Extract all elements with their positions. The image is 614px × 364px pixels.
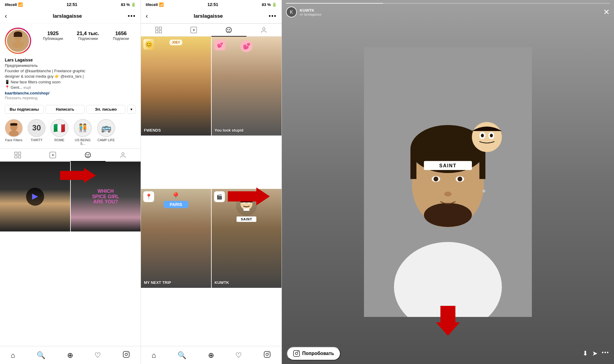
status-bar-1: lifecell 📶 12:51 83 % 🔋	[0, 0, 141, 9]
bio-name: Lars Lagaisse	[5, 58, 136, 62]
tab-grid-1[interactable]	[0, 149, 35, 161]
nav-instagram-2[interactable]	[264, 351, 271, 360]
following-button[interactable]: Вы подписаны	[5, 105, 44, 114]
grid-thumb-1[interactable]: WHICHSPICE GIRLARE YOU?	[71, 162, 141, 232]
tab-bar-1	[0, 148, 141, 162]
nav-search-1[interactable]: 🔍	[37, 351, 46, 360]
svg-point-41	[266, 353, 268, 356]
filter-fwends[interactable]: JOEY 😊 FWENDS	[141, 37, 211, 136]
dropdown-button[interactable]: ▾	[127, 105, 136, 114]
grid-thumb-0[interactable]	[0, 162, 70, 232]
status-bar-2: lifecell 📶 12:51 83 % 🔋	[141, 0, 282, 9]
svg-point-42	[269, 352, 269, 353]
status-left-1: lifecell 📶	[5, 2, 23, 7]
try-button[interactable]: Попробовать	[287, 347, 341, 360]
tab-face-2[interactable]	[211, 24, 246, 36]
svg-point-56	[482, 189, 485, 192]
filter-kuwtk[interactable]: SAINT KUWTK 🎬	[212, 189, 282, 288]
story-subtitle: от larslagaisse	[300, 13, 321, 16]
nav-heart-1[interactable]: ♡	[94, 351, 101, 360]
bio-more[interactable]: ещё	[23, 85, 31, 90]
stupid-label: You look stupid	[215, 128, 244, 133]
wifi-icon-1: 📶	[18, 2, 23, 7]
highlight-thirty[interactable]: 30 THIRTY	[28, 119, 46, 145]
highlight-camp[interactable]: 🚌 CAMP LIFE	[97, 119, 115, 145]
profile-username-1: larslagaisse	[53, 13, 82, 19]
download-icon-story[interactable]: ⬇	[583, 350, 588, 357]
filter-stupid[interactable]: 💕 💕 You look stupid	[212, 37, 282, 136]
nav-instagram-1[interactable]	[123, 351, 130, 360]
back-button-2[interactable]: ‹	[146, 12, 148, 20]
following-label: Подписки	[113, 37, 129, 41]
grid-section-1: WHICHSPICE GIRLARE YOU?	[0, 162, 141, 234]
story-avatar[interactable]: K	[286, 7, 297, 17]
nav-plus-2[interactable]: ⊕	[208, 351, 214, 360]
highlight-circle-face[interactable]	[5, 119, 23, 137]
nav-home-1[interactable]: ⌂	[11, 351, 15, 360]
stupid-badge: 💕	[215, 40, 225, 50]
highlight-label-0: Face Filters	[5, 138, 22, 142]
svg-point-19	[122, 153, 124, 155]
profile-header-1: ‹ larslagaisse •••	[0, 9, 141, 23]
highlights-row: Face Filters 30 THIRTY 🇮🇹 ROME 🧑‍🤝‍🧑 US …	[0, 116, 141, 148]
story-username: KUWTK	[300, 8, 321, 13]
more-button-2[interactable]: •••	[269, 13, 277, 19]
story-action-icons: ⬇ ➤ •••	[583, 350, 609, 357]
message-button[interactable]: Написать	[46, 105, 85, 114]
tab-person-1[interactable]	[106, 149, 141, 161]
stat-posts[interactable]: 1925 Публикации	[43, 31, 63, 41]
followers-count: 21,4 тыс.	[77, 31, 99, 37]
trip-badge: 📍	[143, 191, 154, 202]
nav-heart-2[interactable]: ♡	[235, 351, 242, 360]
panel-profile: lifecell 📶 12:51 83 % 🔋 ‹ larslagaisse •…	[0, 0, 141, 364]
bio-line1: Founder of @kaartblanche | Freelance gra…	[5, 68, 136, 74]
highlight-rome[interactable]: 🇮🇹 ROME	[50, 119, 68, 145]
carrier-1: lifecell	[5, 2, 17, 7]
bio-link[interactable]: kaartblanche.com/shop/	[5, 91, 49, 95]
nav-search-2[interactable]: 🔍	[177, 351, 186, 360]
svg-rect-26	[159, 27, 162, 29]
status-right-1: 83 % 🔋	[121, 2, 136, 7]
bio-occupation: Предприниматель	[5, 63, 136, 68]
tab-grid-2[interactable]	[141, 24, 176, 36]
bio-section: Lars Lagaisse Предприниматель Founder of…	[0, 57, 141, 103]
svg-point-16	[85, 152, 91, 158]
svg-marker-15	[52, 154, 55, 156]
stat-followers[interactable]: 21,4 тыс. Подписчики	[77, 31, 99, 41]
action-buttons: Вы подписаны Написать Эл. письмо ▾	[0, 103, 141, 116]
svg-point-31	[226, 27, 231, 33]
svg-rect-22	[123, 351, 129, 357]
svg-rect-67	[294, 351, 300, 357]
stats-row: 1925 Публикации 21,4 тыс. Подписчики 165…	[36, 28, 136, 41]
svg-point-68	[295, 352, 298, 355]
tab-person-2[interactable]	[246, 24, 282, 36]
highlight-face-filters[interactable]: Face Filters	[5, 119, 23, 145]
more-button-1[interactable]: •••	[128, 13, 136, 19]
tab-bar-2	[141, 23, 282, 37]
profile-section: 1925 Публикации 21,4 тыс. Подписчики 165…	[0, 23, 141, 57]
avatar[interactable]	[5, 28, 31, 54]
more-icon-story[interactable]: •••	[602, 350, 609, 357]
nav-home-2[interactable]: ⌂	[152, 351, 156, 360]
tab-reels-2[interactable]	[176, 24, 211, 36]
fwends-label: FWENDS	[144, 128, 161, 133]
kuwtk-label: KUWTK	[215, 280, 229, 285]
stat-following[interactable]: 1656 Подписки	[113, 31, 129, 41]
bio-line4: 📍 Gent... ещё	[5, 85, 136, 90]
back-button-1[interactable]: ‹	[5, 12, 7, 20]
highlight-us[interactable]: 🧑‍🤝‍🧑 US BEING S...	[73, 119, 92, 145]
close-button-story[interactable]: ✕	[603, 7, 610, 17]
nav-plus-1[interactable]: ⊕	[67, 351, 73, 360]
kuwtk-badge: 🎬	[214, 191, 225, 202]
svg-point-61	[490, 134, 493, 137]
svg-point-8	[9, 130, 19, 136]
tab-reels-1[interactable]	[35, 149, 70, 161]
filter-trip[interactable]: PARIS 📍 MY NEXT TRIP 📍	[141, 189, 211, 288]
tab-face-1[interactable]	[70, 149, 106, 161]
svg-point-55	[444, 192, 452, 196]
battery-icon-1: 🔋	[131, 2, 136, 7]
email-button[interactable]: Эл. письмо	[86, 105, 125, 114]
send-icon-story[interactable]: ➤	[592, 350, 598, 357]
bio-translate[interactable]: Показать перевод	[5, 96, 136, 100]
time-2: 12:51	[207, 2, 218, 7]
